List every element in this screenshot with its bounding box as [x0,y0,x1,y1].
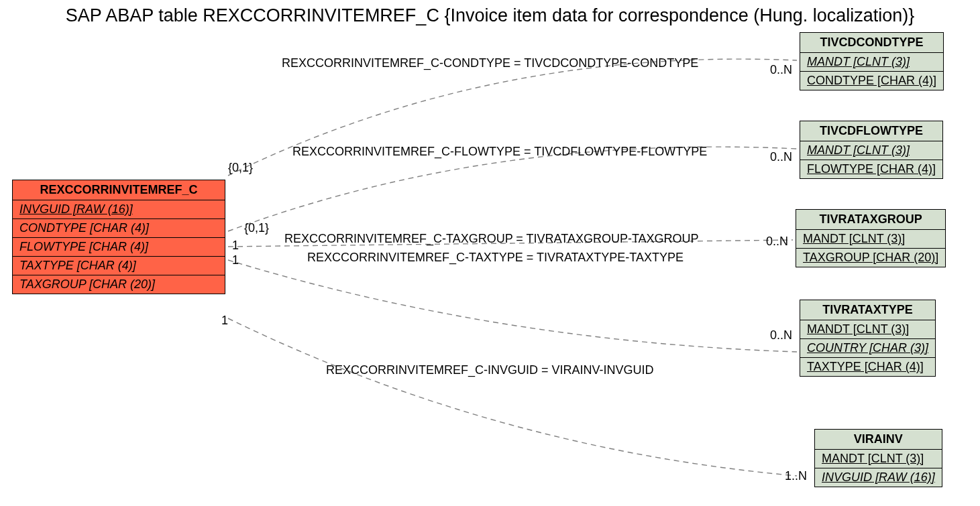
card-left-1c: 1 [221,314,228,328]
field-country: COUNTRY [CHAR (3)] [800,339,935,358]
entity-header: TIVCDFLOWTYPE [800,121,942,141]
entity-header: VIRAINV [815,430,942,450]
card-right-0b: 0..N [770,150,792,164]
field-mandt: MANDT [CLNT (3)] [796,230,945,249]
card-left-1b: 1 [232,253,239,267]
relation-taxgroup: REXCCORRINVITEMREF_C-TAXGROUP = TIVRATAX… [284,232,699,246]
field-condtype: CONDTYPE [CHAR (4)] [800,72,943,90]
card-left-01a: {0,1} [228,161,253,175]
field-mandt: MANDT [CLNT (3)] [800,53,943,72]
field-taxgroup: TAXGROUP [CHAR (20)] [796,249,945,267]
card-right-0a: 0..N [770,63,792,77]
entity-header: TIVRATAXTYPE [800,300,935,320]
card-right-0c: 0..N [766,235,788,249]
entity-virainv: VIRAINV MANDT [CLNT (3)] INVGUID [RAW (1… [814,429,942,487]
card-left-01b: {0,1} [244,221,269,235]
entity-header: TIVCDCONDTYPE [800,33,943,53]
relation-flowtype: REXCCORRINVITEMREF_C-FLOWTYPE = TIVCDFLO… [292,145,707,159]
relation-invguid: REXCCORRINVITEMREF_C-INVGUID = VIRAINV-I… [326,363,654,377]
card-right-0d: 0..N [770,328,792,342]
field-taxtype: TAXTYPE [CHAR (4)] [800,358,935,376]
entity-tivcdflowtype: TIVCDFLOWTYPE MANDT [CLNT (3)] FLOWTYPE … [800,121,943,179]
relation-taxtype: REXCCORRINVITEMREF_C-TAXTYPE = TIVRATAXT… [307,251,684,265]
field-invguid: INVGUID [RAW (16)] [13,200,225,219]
field-taxgroup: TAXGROUP [CHAR (20)] [13,275,225,294]
entity-header: TIVRATAXGROUP [796,210,945,230]
field-mandt: MANDT [CLNT (3)] [815,450,942,468]
entity-tivrataxgroup: TIVRATAXGROUP MANDT [CLNT (3)] TAXGROUP … [796,209,946,267]
field-taxtype: TAXTYPE [CHAR (4)] [13,257,225,275]
entity-tivcdcondtype: TIVCDCONDTYPE MANDT [CLNT (3)] CONDTYPE … [800,32,944,90]
entity-tivrataxtype: TIVRATAXTYPE MANDT [CLNT (3)] COUNTRY [C… [800,300,936,377]
entity-rexccorrinvitemref-c: REXCCORRINVITEMREF_C INVGUID [RAW (16)] … [12,180,225,294]
card-right-1n: 1..N [785,469,807,483]
field-condtype: CONDTYPE [CHAR (4)] [13,219,225,238]
entity-header: REXCCORRINVITEMREF_C [13,180,225,200]
field-invguid: INVGUID [RAW (16)] [815,468,942,487]
relation-condtype: REXCCORRINVITEMREF_C-CONDTYPE = TIVCDCON… [282,56,698,70]
field-flowtype: FLOWTYPE [CHAR (4)] [800,160,942,178]
card-left-1a: 1 [232,239,239,253]
field-mandt: MANDT [CLNT (3)] [800,141,942,160]
field-flowtype: FLOWTYPE [CHAR (4)] [13,238,225,257]
field-mandt: MANDT [CLNT (3)] [800,320,935,339]
